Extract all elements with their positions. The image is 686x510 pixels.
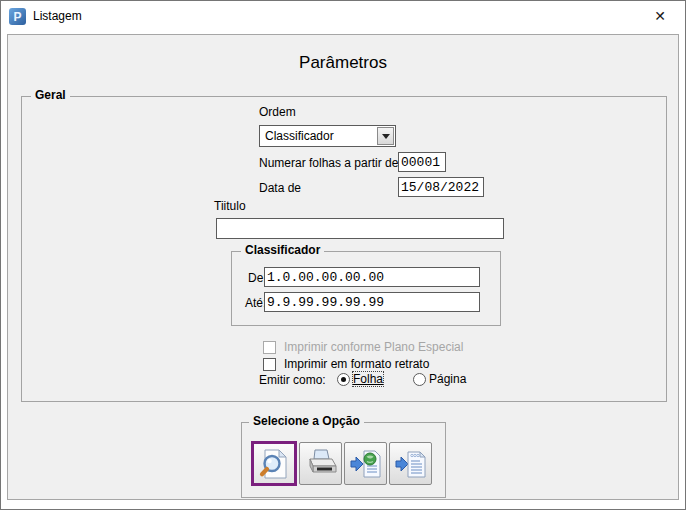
folha-radio-label[interactable]: Folha [353,372,383,386]
printer-icon [305,448,337,480]
ate-input[interactable] [264,292,480,312]
app-logo-letter: P [13,10,21,24]
ordem-dropdown-button[interactable] [377,127,394,145]
plano-especial-checkbox [263,341,276,354]
titulo-input[interactable] [216,218,504,239]
magnifier-document-icon [258,448,290,480]
page-title: Parâmetros [1,53,685,73]
pagina-radio-label[interactable]: Página [429,372,466,386]
close-button[interactable]: ✕ [637,1,683,31]
formato-retrato-checkbox[interactable] [263,358,276,371]
numerar-label: Numerar folhas a partir de: [259,156,402,170]
ordem-dropdown[interactable]: Classificador [259,125,396,147]
chevron-down-icon [382,134,390,139]
group-classificador-label: Classificador [241,243,324,257]
export-web-button[interactable] [344,442,387,485]
data-de-input[interactable] [398,177,484,197]
de-input[interactable] [264,267,480,287]
group-geral-label: Geral [31,88,70,102]
pagina-radio[interactable] [413,373,426,386]
data-de-label: Data de [259,181,301,195]
listagem-window: P Listagem ✕ Parâmetros Geral Ordem Clas… [0,0,686,510]
ordem-label: Ordem [259,105,296,119]
formato-retrato-label: Imprimir em formato retrato [284,357,429,371]
radio-selected-dot [341,377,346,382]
arrow-text-document-icon [395,448,427,480]
plano-especial-label: Imprimir conforme Plano Especial [284,340,463,354]
numerar-input[interactable] [398,152,446,172]
close-icon: ✕ [654,8,666,24]
preview-button[interactable] [251,441,297,486]
title-bar: P Listagem ✕ [1,1,685,31]
group-classificador [231,251,501,326]
emitir-como-label: Emitir como: [259,373,326,387]
arrow-globe-document-icon [350,448,382,480]
print-button[interactable] [299,442,342,485]
titulo-label: Tiitulo [214,199,246,213]
ordem-dropdown-value: Classificador [265,129,334,143]
folha-radio[interactable] [337,373,350,386]
app-logo-icon: P [9,8,26,25]
group-opcao-label: Selecione a Opção [249,414,364,428]
window-title: Listagem [33,9,82,23]
export-text-button[interactable] [389,442,432,485]
